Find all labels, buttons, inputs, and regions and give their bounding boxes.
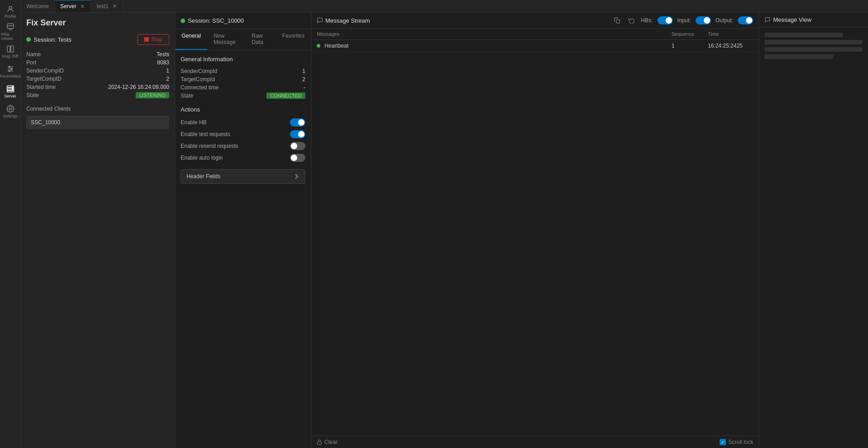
state-label: State xyxy=(26,92,39,98)
input-label: Input: xyxy=(677,17,691,24)
left-panel: Fix Server Session: Tests Stop Name Test… xyxy=(21,13,175,448)
msg-placeholder-3 xyxy=(765,47,863,52)
field-state-label: State xyxy=(181,93,193,99)
stop-button-label: Stop xyxy=(151,36,162,43)
svg-rect-16 xyxy=(144,37,149,42)
sidebar-label-msg-diff: Msg. Diff xyxy=(2,54,18,58)
sidebar-item-msg-diff[interactable]: Msg. Diff xyxy=(1,43,20,61)
msg-placeholder-1 xyxy=(765,33,843,37)
chevron-right-icon xyxy=(293,173,299,180)
enable-resend-toggle[interactable] xyxy=(290,142,305,150)
msg-placeholder-4 xyxy=(765,54,833,59)
tab-welcome-label: Welcome xyxy=(26,3,49,10)
message-view-title: Message View xyxy=(773,16,811,23)
enable-resend-label: Enable resend requests xyxy=(181,143,238,149)
sidebar-item-settings[interactable]: Settings xyxy=(1,102,20,121)
tab-favorites-label: Favorites xyxy=(282,33,304,39)
tab-general[interactable]: General xyxy=(175,29,207,50)
right-panel-header: Message View xyxy=(759,13,868,27)
sidebar-item-profile[interactable]: Profile xyxy=(1,3,20,21)
field-state: State CONNECTED xyxy=(181,92,305,100)
copy-icon[interactable] xyxy=(612,15,622,25)
tab-server-label: Server xyxy=(60,3,76,10)
output-toggle[interactable] xyxy=(738,16,753,24)
col-sequence: Sequence xyxy=(672,31,708,37)
stream-toolbar: Message Stream HBs: Input: Output: xyxy=(311,13,759,29)
enable-auto-label: Enable auto login xyxy=(181,155,223,161)
state-connected-badge: CONNECTED xyxy=(266,93,305,99)
lock-icon xyxy=(317,439,322,445)
sidebar-item-msg-viewer[interactable]: Msg. Viewer xyxy=(1,23,20,41)
clear-button-label: Clear xyxy=(324,439,338,445)
field-sender-label: SenderCompId xyxy=(181,68,217,74)
field-connected-label: Connected time xyxy=(181,84,219,91)
hbs-toggle[interactable] xyxy=(657,16,673,24)
tab-general-label: General xyxy=(181,33,201,39)
right-panel: Message View xyxy=(759,13,868,448)
svg-rect-2 xyxy=(7,46,10,52)
session-name-label: Session: Tests xyxy=(34,36,72,43)
action-enable-test: Enable test requests xyxy=(181,128,305,140)
svg-point-13 xyxy=(12,86,13,87)
tab-raw-data-label: Raw Data xyxy=(252,33,263,45)
action-enable-resend: Enable resend requests xyxy=(181,140,305,152)
clear-button[interactable]: Clear xyxy=(317,439,338,445)
stop-button[interactable]: Stop xyxy=(137,34,169,45)
scroll-lock-checkbox[interactable]: ✓ xyxy=(720,439,726,445)
actions-title: Actions xyxy=(181,106,305,113)
name-label: Name xyxy=(26,51,41,58)
info-row-name: Name Tests xyxy=(26,50,169,58)
message-view-icon xyxy=(765,17,770,23)
refresh-icon[interactable] xyxy=(627,15,637,25)
started-value: 2024-12-26 16:24:09.000 xyxy=(108,84,169,90)
sidebar-label-msg-viewer: Msg. Viewer xyxy=(1,32,20,41)
middle-content: General Information SenderCompId 1 Targe… xyxy=(175,50,311,448)
header-fields-row[interactable]: Header Fields xyxy=(181,169,305,184)
msg-indicator xyxy=(317,44,320,48)
info-row-state: State LISTENING xyxy=(26,91,169,99)
scroll-lock-label: Scroll lock xyxy=(728,439,753,445)
connected-clients-title: Connected Clients xyxy=(26,106,169,112)
client-item[interactable]: SSC_10000 xyxy=(26,116,169,129)
enable-auto-toggle[interactable] xyxy=(290,154,305,162)
sidebar-item-parameters[interactable]: Parameters xyxy=(1,63,20,81)
field-target-value: 2 xyxy=(302,76,305,83)
svg-rect-12 xyxy=(7,91,14,92)
hbs-label: HBs: xyxy=(641,17,653,24)
table-row[interactable]: Heartbeat 1 16:24:25:2425 xyxy=(311,40,759,52)
tab-test1[interactable]: test1 ✕ xyxy=(91,0,123,12)
tab-welcome[interactable]: Welcome xyxy=(21,0,55,12)
tab-bar: Welcome Server ✕ test1 ✕ xyxy=(21,0,868,13)
stream-panel: Message Stream HBs: Input: Output: Messa… xyxy=(311,13,759,448)
tab-new-message[interactable]: New Message xyxy=(207,29,245,50)
status-dot xyxy=(26,37,31,42)
scroll-lock[interactable]: ✓ Scroll lock xyxy=(720,439,753,445)
enable-hb-toggle[interactable] xyxy=(290,118,305,127)
tab-favorites[interactable]: Favorites xyxy=(276,29,311,50)
stream-title: Message Stream xyxy=(317,17,608,24)
session-name: Session: Tests xyxy=(26,36,72,43)
sidebar-item-server[interactable]: Server xyxy=(1,83,20,101)
tab-raw-data[interactable]: Raw Data xyxy=(245,29,276,50)
target-value: 2 xyxy=(166,76,169,82)
session-header: Session: Tests Stop xyxy=(26,34,169,45)
middle-session-label: Session: SSC_10000 xyxy=(188,17,244,24)
input-toggle[interactable] xyxy=(696,16,711,24)
tab-test1-label: test1 xyxy=(97,3,108,10)
sidebar-label-profile: Profile xyxy=(5,14,16,19)
msg-placeholder-2 xyxy=(765,40,863,44)
svg-point-0 xyxy=(9,6,12,9)
field-target: TargetCompId 2 xyxy=(181,75,305,83)
svg-point-8 xyxy=(10,68,12,70)
enable-test-toggle[interactable] xyxy=(290,130,305,138)
field-connected-value: - xyxy=(304,84,305,91)
field-target-label: TargetCompId xyxy=(181,76,215,83)
svg-point-15 xyxy=(9,108,11,110)
port-value: 8083 xyxy=(157,59,169,66)
tab-server[interactable]: Server ✕ xyxy=(55,0,91,12)
middle-status-dot xyxy=(181,19,185,23)
tab-test1-close[interactable]: ✕ xyxy=(111,3,118,10)
header-fields-label: Header Fields xyxy=(186,173,221,180)
tab-server-close[interactable]: ✕ xyxy=(79,3,85,10)
target-label: TargetCompID xyxy=(26,76,61,82)
